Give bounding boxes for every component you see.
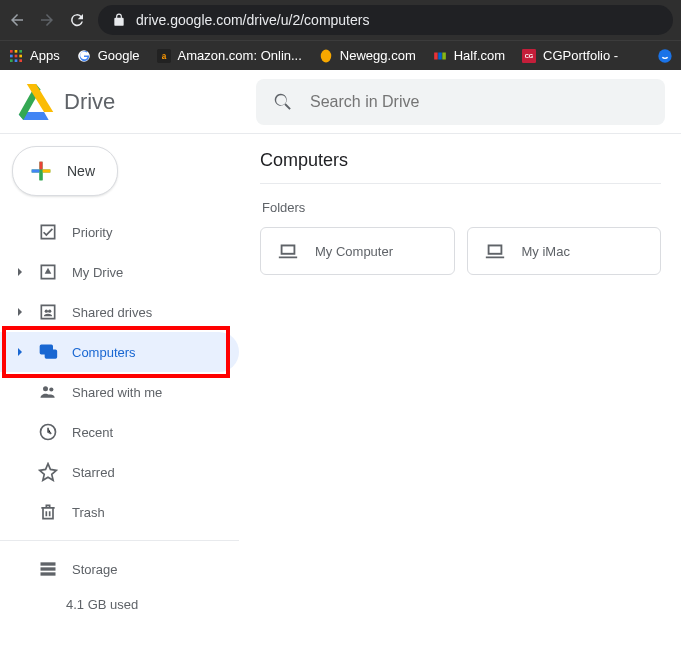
drive-header: Drive bbox=[0, 70, 681, 134]
new-button-label: New bbox=[67, 163, 95, 179]
svg-rect-15 bbox=[442, 52, 446, 59]
nav-divider bbox=[0, 540, 239, 541]
nav-list: Priority My Drive Shared drives Computer… bbox=[0, 212, 239, 532]
svg-point-23 bbox=[43, 386, 48, 391]
storage-used-text: 4.1 GB used bbox=[0, 597, 239, 612]
drive-logo-icon bbox=[16, 82, 56, 122]
shared-with-me-icon bbox=[38, 382, 58, 402]
amazon-favicon-icon: a bbox=[156, 48, 172, 64]
bookmark-amazon[interactable]: a Amazon.com: Onlin... bbox=[156, 48, 302, 64]
svg-point-20 bbox=[48, 310, 51, 313]
svg-rect-6 bbox=[10, 59, 13, 62]
svg-rect-14 bbox=[438, 52, 442, 59]
trash-icon bbox=[38, 502, 58, 522]
search-bar[interactable] bbox=[256, 79, 665, 125]
sidebar-item-recent[interactable]: Recent bbox=[0, 412, 239, 452]
svg-point-24 bbox=[49, 387, 53, 391]
mydrive-icon bbox=[38, 262, 58, 282]
svg-rect-7 bbox=[15, 59, 18, 62]
sidebar-item-priority[interactable]: Priority bbox=[0, 212, 239, 252]
main-content: Computers Folders My Computer My iMac bbox=[240, 134, 681, 647]
storage-icon bbox=[38, 559, 58, 579]
svg-rect-0 bbox=[10, 50, 13, 53]
recent-icon bbox=[38, 422, 58, 442]
sidebar-item-shared-with-me[interactable]: Shared with me bbox=[0, 372, 239, 412]
forward-icon[interactable] bbox=[38, 11, 56, 29]
priority-icon bbox=[38, 222, 58, 242]
svg-rect-1 bbox=[15, 50, 18, 53]
back-icon[interactable] bbox=[8, 11, 26, 29]
folder-my-computer[interactable]: My Computer bbox=[260, 227, 455, 275]
search-input[interactable] bbox=[310, 93, 649, 111]
bookmark-cgportfolio[interactable]: CG CGPortfolio - bbox=[521, 48, 618, 64]
overflow-favicon-icon[interactable] bbox=[657, 48, 673, 64]
bookmark-apps[interactable]: Apps bbox=[8, 48, 60, 64]
svg-rect-3 bbox=[10, 54, 13, 57]
svg-text:CG: CG bbox=[525, 53, 534, 59]
star-icon bbox=[38, 462, 58, 482]
sidebar-item-mydrive[interactable]: My Drive bbox=[0, 252, 239, 292]
shared-drives-icon bbox=[38, 302, 58, 322]
bookmark-google[interactable]: Google bbox=[76, 48, 140, 64]
apps-grid-icon bbox=[8, 48, 24, 64]
new-button[interactable]: New bbox=[12, 146, 118, 196]
folders-section-label: Folders bbox=[262, 200, 661, 215]
sidebar-item-starred[interactable]: Starred bbox=[0, 452, 239, 492]
sidebar-item-shared-drives[interactable]: Shared drives bbox=[0, 292, 239, 332]
newegg-favicon-icon bbox=[318, 48, 334, 64]
page-title: Computers bbox=[260, 150, 661, 184]
address-bar[interactable]: drive.google.com/drive/u/2/computers bbox=[98, 5, 673, 35]
caret-right-icon[interactable] bbox=[16, 268, 24, 276]
svg-point-18 bbox=[658, 49, 671, 62]
svg-point-12 bbox=[321, 49, 332, 62]
caret-right-icon[interactable] bbox=[16, 348, 24, 356]
lock-icon bbox=[112, 13, 126, 27]
browser-toolbar: drive.google.com/drive/u/2/computers bbox=[0, 0, 681, 40]
cg-favicon-icon: CG bbox=[521, 48, 537, 64]
google-favicon-icon bbox=[76, 48, 92, 64]
svg-rect-22 bbox=[46, 350, 57, 358]
svg-rect-4 bbox=[15, 54, 18, 57]
svg-rect-13 bbox=[434, 52, 438, 59]
laptop-icon bbox=[277, 240, 299, 262]
computers-icon bbox=[38, 342, 58, 362]
url-text: drive.google.com/drive/u/2/computers bbox=[136, 12, 369, 28]
folder-grid: My Computer My iMac bbox=[260, 227, 661, 275]
svg-rect-29 bbox=[283, 246, 294, 252]
svg-rect-8 bbox=[19, 59, 22, 62]
search-icon bbox=[272, 91, 294, 113]
svg-text:a: a bbox=[161, 51, 166, 60]
sidebar: New Priority My Drive Shared drives bbox=[0, 134, 240, 647]
svg-rect-2 bbox=[19, 50, 22, 53]
bookmark-half[interactable]: Half.com bbox=[432, 48, 505, 64]
svg-rect-28 bbox=[41, 572, 56, 575]
svg-rect-26 bbox=[41, 562, 56, 565]
drive-logo-area[interactable]: Drive bbox=[16, 82, 256, 122]
bookmarks-bar: Apps Google a Amazon.com: Onlin... Neweg… bbox=[0, 40, 681, 70]
product-name: Drive bbox=[64, 89, 115, 115]
laptop-icon bbox=[484, 240, 506, 262]
svg-point-19 bbox=[45, 310, 48, 313]
half-favicon-icon bbox=[432, 48, 448, 64]
sidebar-item-trash[interactable]: Trash bbox=[0, 492, 239, 532]
bookmark-newegg[interactable]: Newegg.com bbox=[318, 48, 416, 64]
svg-rect-27 bbox=[41, 567, 56, 570]
sidebar-item-computers[interactable]: Computers bbox=[0, 332, 239, 372]
folder-my-imac[interactable]: My iMac bbox=[467, 227, 662, 275]
caret-right-icon[interactable] bbox=[16, 308, 24, 316]
reload-icon[interactable] bbox=[68, 11, 86, 29]
svg-rect-5 bbox=[19, 54, 22, 57]
svg-rect-30 bbox=[489, 246, 500, 252]
sidebar-item-storage[interactable]: Storage bbox=[0, 549, 239, 589]
plus-icon bbox=[27, 157, 55, 185]
